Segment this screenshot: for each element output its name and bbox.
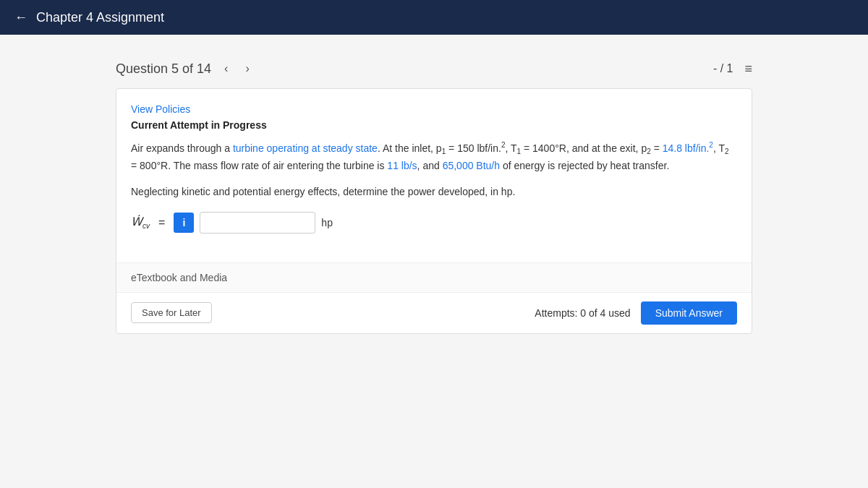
view-policies-link[interactable]: View Policies bbox=[131, 103, 737, 115]
content-box: View Policies Current Attempt in Progres… bbox=[116, 88, 752, 334]
main-content: Question 5 of 14 ‹ › - / 1 ≡ View Polici… bbox=[0, 35, 868, 348]
question-body-text: Air expands through a turbine operating … bbox=[131, 140, 737, 174]
formula-sub: cv bbox=[142, 222, 150, 230]
highlight-massflow: 11 lb/s bbox=[387, 160, 417, 171]
highlight-p2: 14.8 lbf/in.2 bbox=[663, 142, 713, 154]
submit-answer-button[interactable]: Submit Answer bbox=[641, 301, 737, 325]
etextbook-section: eTextbook and Media bbox=[116, 262, 752, 292]
info-button[interactable]: i bbox=[174, 213, 194, 233]
answer-row: Ẇcv = i hp bbox=[131, 212, 737, 234]
question-navigation: Question 5 of 14 ‹ › - / 1 ≡ bbox=[116, 49, 752, 77]
highlight-turbine: turbine operating at steady state bbox=[233, 142, 378, 154]
formula-label: Ẇcv bbox=[131, 215, 150, 230]
equals-sign: = bbox=[158, 216, 165, 229]
prev-question-button[interactable]: ‹ bbox=[220, 61, 232, 77]
footer-right: Attempts: 0 of 4 used Submit Answer bbox=[535, 301, 737, 325]
back-icon[interactable]: ← bbox=[14, 10, 27, 25]
next-question-button[interactable]: › bbox=[241, 61, 253, 77]
unit-label: hp bbox=[321, 217, 333, 228]
highlight-energy: 65,000 Btu/h bbox=[443, 160, 500, 171]
list-icon[interactable]: ≡ bbox=[744, 61, 752, 77]
current-attempt-label: Current Attempt in Progress bbox=[131, 119, 737, 131]
question-content-area: View Policies Current Attempt in Progres… bbox=[116, 89, 752, 262]
footer-row: Save for Later Attempts: 0 of 4 used Sub… bbox=[116, 292, 752, 333]
save-later-button[interactable]: Save for Later bbox=[131, 302, 212, 323]
page-header: ← Chapter 4 Assignment bbox=[0, 0, 868, 35]
score-display: - / 1 bbox=[713, 62, 733, 75]
question-nav-left: Question 5 of 14 ‹ › bbox=[116, 61, 254, 77]
page-title: Chapter 4 Assignment bbox=[36, 10, 164, 25]
question-nav-right: - / 1 ≡ bbox=[713, 61, 752, 77]
question-label: Question 5 of 14 bbox=[116, 61, 211, 77]
etextbook-label: eTextbook and Media bbox=[131, 272, 227, 283]
answer-input[interactable] bbox=[200, 212, 315, 234]
attempts-label: Attempts: 0 of 4 used bbox=[535, 307, 630, 319]
sub-question-text: Neglecting kinetic and potential energy … bbox=[131, 186, 737, 197]
